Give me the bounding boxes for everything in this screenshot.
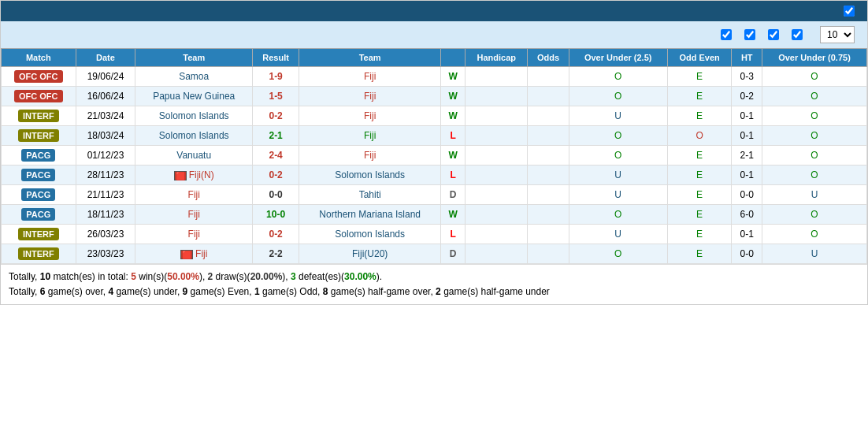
- oddeven-cell: E: [667, 166, 732, 185]
- team2-link[interactable]: Solomon Islands: [335, 229, 405, 240]
- ou075-cell: O: [762, 126, 866, 146]
- match-date: 21/03/24: [76, 106, 135, 126]
- team1-link[interactable]: Fiji: [188, 229, 200, 240]
- match-badge-cell: INTERF: [2, 244, 76, 264]
- table-row: OFC OFC19/06/24Samoa1-9FijiWOE0-3O: [2, 67, 867, 87]
- team1-cell[interactable]: Solomon Islands: [135, 106, 253, 126]
- ht-cell: 0-3: [732, 67, 762, 87]
- result-cell: W: [441, 146, 466, 166]
- ou25-cell: O: [569, 87, 667, 106]
- team1-link[interactable]: Fiji: [195, 248, 207, 259]
- handicap-cell: [466, 205, 528, 225]
- team1-cell[interactable]: Samoa: [135, 67, 253, 87]
- odds-cell: [528, 146, 569, 166]
- team2-cell[interactable]: Fiji: [299, 67, 441, 87]
- ou25-cell: O: [569, 126, 667, 146]
- score-cell: 1-9: [253, 67, 299, 87]
- table-header-row: Match Date Team Result Team Handicap Odd…: [2, 49, 867, 67]
- ou25-cell: O: [569, 244, 667, 264]
- team2-cell[interactable]: Tahiti: [299, 185, 441, 205]
- score-cell: 2-1: [253, 126, 299, 146]
- match-badge: PACG: [21, 149, 55, 162]
- filter-interf-checkbox[interactable]: [721, 29, 732, 40]
- team2-cell[interactable]: Fiji: [299, 146, 441, 166]
- team1-link[interactable]: Fiji: [188, 189, 200, 200]
- team1-link[interactable]: Fiji(N): [189, 169, 214, 180]
- filter-pacg-checkbox[interactable]: [768, 29, 779, 40]
- team1-link[interactable]: Fiji: [188, 209, 200, 220]
- filter-wcpo: [744, 29, 759, 40]
- games-select[interactable]: 10 20 30: [820, 26, 855, 43]
- team2-cell[interactable]: Fiji: [299, 87, 441, 106]
- col-team2: Team: [299, 49, 441, 67]
- team2-link[interactable]: Fiji: [364, 91, 376, 102]
- team2-link[interactable]: Fiji: [364, 130, 376, 141]
- score-cell: 0-2: [253, 166, 299, 185]
- footer-section: Totally, 10 match(es) in total: 5 win(s)…: [1, 264, 867, 304]
- col-handicap: Handicap: [466, 49, 528, 67]
- oddeven-cell: E: [667, 67, 732, 87]
- match-date: 26/03/23: [76, 225, 135, 244]
- header-bar: [1, 1, 867, 21]
- ht-cell: 2-1: [732, 146, 762, 166]
- team2-link[interactable]: Tahiti: [359, 189, 381, 200]
- team2-cell[interactable]: Solomon Islands: [299, 225, 441, 244]
- table-row: PACG28/11/23🟥Fiji(N)0-2Solomon IslandsLU…: [2, 166, 867, 185]
- team1-link[interactable]: Samoa: [179, 71, 209, 82]
- team1-cell[interactable]: 🟥Fiji: [135, 244, 253, 264]
- match-date: 01/12/23: [76, 146, 135, 166]
- team1-cell[interactable]: Fiji: [135, 225, 253, 244]
- ou075-cell: O: [762, 166, 866, 185]
- result-cell: D: [441, 185, 466, 205]
- match-badge: OFC OFC: [14, 70, 63, 83]
- odds-cell: [528, 106, 569, 126]
- footer-line1: Totally, 10 match(es) in total: 5 win(s)…: [9, 270, 859, 285]
- team1-cell[interactable]: Fiji: [135, 205, 253, 225]
- handicap-cell: [466, 106, 528, 126]
- team2-cell[interactable]: Northern Mariana Island: [299, 205, 441, 225]
- col-wl: [441, 49, 466, 67]
- team1-cell[interactable]: Solomon Islands: [135, 126, 253, 146]
- filter-ofc-checkbox[interactable]: [792, 29, 803, 40]
- team2-cell[interactable]: Fiji: [299, 126, 441, 146]
- team2-link[interactable]: Fiji(U20): [352, 248, 388, 259]
- team1-link[interactable]: Vanuatu: [176, 150, 211, 161]
- team2-link[interactable]: Fiji: [364, 71, 376, 82]
- col-ou25: Over Under (2.5): [569, 49, 667, 67]
- ou25-cell: U: [569, 106, 667, 126]
- team2-link[interactable]: Fiji: [364, 150, 376, 161]
- team1-cell[interactable]: Papua New Guinea: [135, 87, 253, 106]
- result-cell: L: [441, 225, 466, 244]
- col-ou075: Over Under (0.75): [762, 49, 866, 67]
- oddeven-cell: E: [667, 146, 732, 166]
- team2-cell[interactable]: Fiji: [299, 106, 441, 126]
- team2-link[interactable]: Solomon Islands: [335, 169, 405, 180]
- odds-cell: [528, 67, 569, 87]
- match-badge: INTERF: [18, 228, 59, 240]
- team2-cell[interactable]: Fiji(U20): [299, 244, 441, 264]
- team1-link[interactable]: Solomon Islands: [159, 130, 229, 141]
- team2-link[interactable]: Fiji: [364, 110, 376, 121]
- score-cell: 2-4: [253, 146, 299, 166]
- team1-link[interactable]: Solomon Islands: [159, 110, 229, 121]
- table-row: OFC OFC16/06/24Papua New Guinea1-5FijiWO…: [2, 87, 867, 106]
- team1-link[interactable]: Papua New Guinea: [153, 91, 235, 102]
- oddeven-cell: E: [667, 106, 732, 126]
- team1-cell[interactable]: Vanuatu: [135, 146, 253, 166]
- team1-cell[interactable]: 🟥Fiji(N): [135, 166, 253, 185]
- result-cell: W: [441, 205, 466, 225]
- ou075-cell: O: [762, 67, 866, 87]
- team1-cell[interactable]: Fiji: [135, 185, 253, 205]
- handicap-cell: [466, 67, 528, 87]
- result-cell: L: [441, 166, 466, 185]
- ht-cell: 0-1: [732, 166, 762, 185]
- display-notes-checkbox[interactable]: [844, 6, 855, 17]
- oddeven-cell: E: [667, 244, 732, 264]
- col-team1: Team: [135, 49, 253, 67]
- filter-interf: [721, 29, 735, 40]
- team2-link[interactable]: Northern Mariana Island: [319, 209, 421, 220]
- odds-cell: [528, 244, 569, 264]
- team2-cell[interactable]: Solomon Islands: [299, 166, 441, 185]
- score-cell: 1-5: [253, 87, 299, 106]
- filter-wcpo-checkbox[interactable]: [744, 29, 755, 40]
